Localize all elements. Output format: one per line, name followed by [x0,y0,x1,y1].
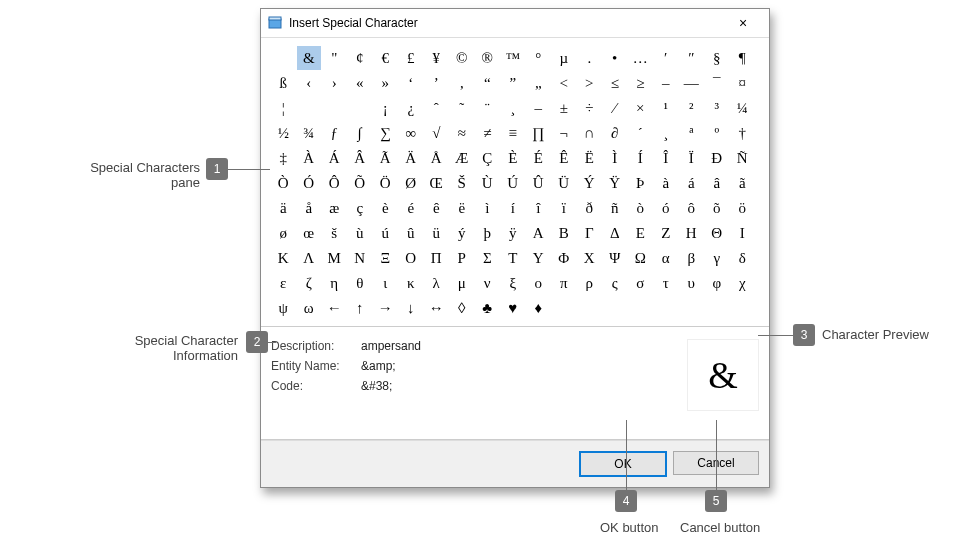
char-cell[interactable]: ◊ [450,296,475,320]
char-cell[interactable]: Ψ [603,246,628,270]
char-cell[interactable]: – [654,71,679,95]
char-cell[interactable]: › [322,71,347,95]
char-cell[interactable]: — [679,71,704,95]
char-cell[interactable]: ¨ [475,96,500,120]
char-cell[interactable]: ¤ [730,71,755,95]
char-cell[interactable]: ♥ [501,296,526,320]
char-cell[interactable]: Ξ [373,246,398,270]
char-cell[interactable]: ¶ [730,46,755,70]
char-cell[interactable]: Τ [501,246,526,270]
char-cell[interactable]: ý [450,221,475,245]
char-cell[interactable]: † [730,121,755,145]
char-cell[interactable]: ω [297,296,322,320]
char-cell[interactable]: ª [679,121,704,145]
char-cell[interactable]: ï [552,196,577,220]
char-cell[interactable]: " [322,46,347,70]
char-cell[interactable]: × [628,96,653,120]
char-cell[interactable]: . [577,46,602,70]
char-cell[interactable]: Σ [475,246,500,270]
char-cell[interactable]: Ø [399,171,424,195]
char-cell[interactable]: È [501,146,526,170]
char-cell[interactable]: ¬ [552,121,577,145]
char-cell[interactable]: À [297,146,322,170]
char-cell[interactable]: Π [424,246,449,270]
char-cell[interactable]: Ð [705,146,730,170]
char-cell[interactable]: Š [450,171,475,195]
char-cell[interactable]: σ [628,271,653,295]
char-cell[interactable]: ♣ [475,296,500,320]
char-cell[interactable]: Á [322,146,347,170]
char-cell[interactable]: τ [654,271,679,295]
char-cell[interactable]: χ [730,271,755,295]
char-cell[interactable] [348,96,373,120]
char-cell[interactable]: š [322,221,347,245]
char-cell[interactable] [271,46,296,70]
char-cell[interactable]: γ [705,246,730,270]
char-cell[interactable]: „ [526,71,551,95]
char-cell[interactable]: κ [399,271,424,295]
char-cell[interactable]: & [297,46,322,70]
close-button[interactable]: × [723,11,763,35]
char-cell[interactable]: ø [271,221,296,245]
char-cell[interactable]: Â [348,146,373,170]
char-cell[interactable]: Ν [348,246,373,270]
char-cell[interactable]: í [501,196,526,220]
char-cell[interactable]: ƒ [322,121,347,145]
char-cell[interactable] [297,96,322,120]
char-cell[interactable]: Ü [552,171,577,195]
char-cell[interactable]: ≤ [603,71,628,95]
char-cell[interactable]: à [654,171,679,195]
char-cell[interactable]: ð [577,196,602,220]
char-cell[interactable]: õ [705,196,730,220]
char-cell[interactable]: ∩ [577,121,602,145]
char-cell[interactable]: ç [348,196,373,220]
char-cell[interactable]: ≈ [450,121,475,145]
char-cell[interactable]: ν [475,271,500,295]
char-cell[interactable]: ‡ [271,146,296,170]
char-cell[interactable]: Γ [577,221,602,245]
char-cell[interactable]: ÿ [501,221,526,245]
char-cell[interactable]: √ [424,121,449,145]
char-cell[interactable]: Ô [322,171,347,195]
char-cell[interactable]: ξ [501,271,526,295]
char-cell[interactable]: É [526,146,551,170]
char-cell[interactable]: Ä [399,146,424,170]
char-cell[interactable]: φ [705,271,730,295]
char-cell[interactable]: Ý [577,171,602,195]
char-cell[interactable]: ê [424,196,449,220]
char-cell[interactable]: ü [424,221,449,245]
char-cell[interactable]: • [603,46,628,70]
char-cell[interactable]: » [373,71,398,95]
char-cell[interactable]: ¾ [297,121,322,145]
char-cell[interactable]: Β [552,221,577,245]
char-cell[interactable]: œ [297,221,322,245]
char-cell[interactable]: ¥ [424,46,449,70]
char-cell[interactable]: ζ [297,271,322,295]
char-cell[interactable]: ¢ [348,46,373,70]
char-cell[interactable]: Ú [501,171,526,195]
char-cell[interactable]: á [679,171,704,195]
char-cell[interactable]: Υ [526,246,551,270]
char-cell[interactable]: ≠ [475,121,500,145]
char-cell[interactable]: ≥ [628,71,653,95]
char-cell[interactable]: Æ [450,146,475,170]
char-cell[interactable]: Χ [577,246,602,270]
char-cell[interactable]: ® [475,46,500,70]
char-cell[interactable]: ¿ [399,96,424,120]
char-cell[interactable]: å [297,196,322,220]
char-cell[interactable]: ¼ [730,96,755,120]
char-cell[interactable]: α [654,246,679,270]
char-cell[interactable]: è [373,196,398,220]
char-cell[interactable]: ™ [501,46,526,70]
char-cell[interactable]: ö [730,196,755,220]
char-cell[interactable]: ù [348,221,373,245]
char-cell[interactable]: € [373,46,398,70]
char-cell[interactable]: > [577,71,602,95]
char-cell[interactable]: Α [526,221,551,245]
char-cell[interactable]: î [526,196,551,220]
char-cell[interactable]: ♦ [526,296,551,320]
char-cell[interactable]: þ [475,221,500,245]
char-cell[interactable]: « [348,71,373,95]
char-cell[interactable]: Η [679,221,704,245]
char-cell[interactable]: Å [424,146,449,170]
